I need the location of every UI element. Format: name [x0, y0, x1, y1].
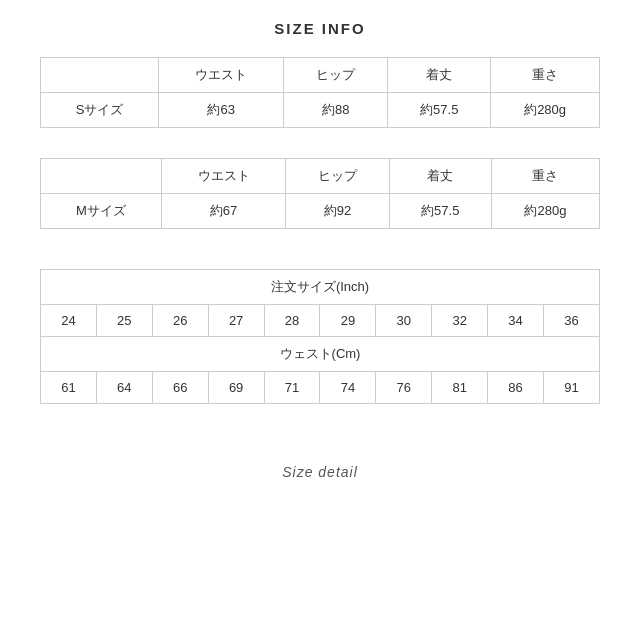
order-val-8: 34 [488, 305, 544, 337]
m-header-hip: ヒップ [286, 159, 389, 194]
s-header-empty [41, 58, 159, 93]
waist-val-0: 61 [41, 372, 97, 404]
order-size-values-row: 24 25 26 27 28 29 30 32 34 36 [41, 305, 600, 337]
s-hip-value: 約88 [284, 93, 388, 128]
m-length-value: 約57.5 [389, 194, 491, 229]
m-header-empty [41, 159, 162, 194]
m-header-length: 着丈 [389, 159, 491, 194]
s-header-length: 着丈 [388, 58, 491, 93]
waist-val-5: 74 [320, 372, 376, 404]
order-val-0: 24 [41, 305, 97, 337]
page-title: SIZE INFO [274, 20, 365, 37]
m-size-table: ウエスト ヒップ 着丈 重さ Mサイズ 約67 約92 約57.5 約280g [40, 158, 600, 229]
m-header-waist: ウエスト [161, 159, 285, 194]
s-size-table: ウエスト ヒップ 着丈 重さ Sサイズ 約63 約88 約57.5 約280g [40, 57, 600, 128]
m-waist-value: 約67 [161, 194, 285, 229]
waist-size-header: ウェスト(Cm) [41, 337, 600, 372]
s-length-value: 約57.5 [388, 93, 491, 128]
waist-val-8: 86 [488, 372, 544, 404]
order-val-1: 25 [96, 305, 152, 337]
order-val-2: 26 [152, 305, 208, 337]
m-size-header-row: ウエスト ヒップ 着丈 重さ [41, 159, 600, 194]
waist-val-6: 76 [376, 372, 432, 404]
s-header-waist: ウエスト [159, 58, 284, 93]
order-size-label-row: 注文サイズ(Inch) [41, 270, 600, 305]
waist-label-row: ウェスト(Cm) [41, 337, 600, 372]
waist-val-9: 91 [544, 372, 600, 404]
m-size-data-row: Mサイズ 約67 約92 約57.5 約280g [41, 194, 600, 229]
order-val-6: 30 [376, 305, 432, 337]
order-val-3: 27 [208, 305, 264, 337]
m-weight-value: 約280g [491, 194, 599, 229]
s-header-weight: 重さ [491, 58, 600, 93]
order-val-7: 32 [432, 305, 488, 337]
s-size-label: Sサイズ [41, 93, 159, 128]
s-weight-value: 約280g [491, 93, 600, 128]
m-hip-value: 約92 [286, 194, 389, 229]
conversion-table: 注文サイズ(Inch) 24 25 26 27 28 29 30 32 34 3… [40, 269, 600, 404]
m-header-weight: 重さ [491, 159, 599, 194]
m-size-label: Mサイズ [41, 194, 162, 229]
waist-val-1: 64 [96, 372, 152, 404]
s-size-data-row: Sサイズ 約63 約88 約57.5 約280g [41, 93, 600, 128]
s-waist-value: 約63 [159, 93, 284, 128]
order-val-5: 29 [320, 305, 376, 337]
waist-val-2: 66 [152, 372, 208, 404]
order-val-4: 28 [264, 305, 320, 337]
s-header-hip: ヒップ [284, 58, 388, 93]
size-detail-label: Size detail [282, 464, 358, 480]
waist-val-3: 69 [208, 372, 264, 404]
order-size-header: 注文サイズ(Inch) [41, 270, 600, 305]
waist-values-row: 61 64 66 69 71 74 76 81 86 91 [41, 372, 600, 404]
waist-val-7: 81 [432, 372, 488, 404]
waist-val-4: 71 [264, 372, 320, 404]
order-val-9: 36 [544, 305, 600, 337]
s-size-header-row: ウエスト ヒップ 着丈 重さ [41, 58, 600, 93]
